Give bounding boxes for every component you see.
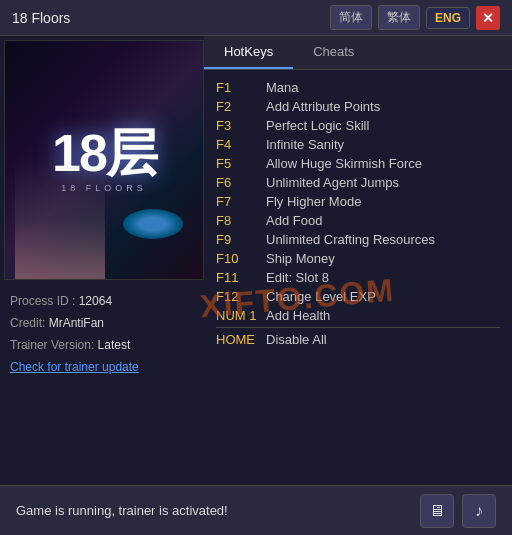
- hotkey-num1[interactable]: NUM 1 Add Health: [216, 306, 500, 325]
- hotkey-f11[interactable]: F11 Edit: Slot 8: [216, 268, 500, 287]
- monitor-icon-button[interactable]: 🖥: [420, 494, 454, 528]
- lang-simplified[interactable]: 简体: [330, 5, 372, 30]
- credit-row: Credit: MrAntiFan: [10, 316, 194, 330]
- hotkey-desc-f11: Edit: Slot 8: [266, 270, 329, 285]
- hotkey-f4[interactable]: F4 Infinite Sanity: [216, 135, 500, 154]
- title-bar: 18 Floors 简体 繁体 ENG ✕: [0, 0, 512, 36]
- hotkey-key-f4: F4: [216, 137, 266, 152]
- status-icons: 🖥 ♪: [420, 494, 496, 528]
- hotkey-f9[interactable]: F9 Unlimited Crafting Resources: [216, 230, 500, 249]
- hotkey-desc-num1: Add Health: [266, 308, 330, 323]
- title-bar-right: 简体 繁体 ENG ✕: [330, 5, 500, 30]
- credit-label: Credit:: [10, 316, 45, 330]
- home-section: HOME Disable All: [216, 327, 500, 351]
- hotkey-key-f12: F12: [216, 289, 266, 304]
- hotkey-key-f3: F3: [216, 118, 266, 133]
- left-panel: 18层 18 FLOORS Process ID : 12064 Credit:…: [0, 36, 204, 466]
- hotkey-f12[interactable]: F12 Change Level EXP: [216, 287, 500, 306]
- hotkey-desc-f1: Mana: [266, 80, 299, 95]
- update-link[interactable]: Check for trainer update: [10, 360, 139, 374]
- title-bar-left: 18 Floors: [12, 10, 70, 26]
- hotkey-f3[interactable]: F3 Perfect Logic Skill: [216, 116, 500, 135]
- hotkey-desc-f3: Perfect Logic Skill: [266, 118, 369, 133]
- main-content: 18层 18 FLOORS Process ID : 12064 Credit:…: [0, 36, 512, 466]
- tab-cheats[interactable]: Cheats: [293, 36, 374, 69]
- hotkey-f2[interactable]: F2 Add Attribute Points: [216, 97, 500, 116]
- hotkey-f5[interactable]: F5 Allow Huge Skirmish Force: [216, 154, 500, 173]
- hotkey-desc-f10: Ship Money: [266, 251, 335, 266]
- hotkey-key-home: HOME: [216, 332, 266, 347]
- hotkey-f6[interactable]: F6 Unlimited Agent Jumps: [216, 173, 500, 192]
- hotkey-key-f7: F7: [216, 194, 266, 209]
- hotkey-f7[interactable]: F7 Fly Higher Mode: [216, 192, 500, 211]
- lang-traditional[interactable]: 繁体: [378, 5, 420, 30]
- hotkey-desc-f6: Unlimited Agent Jumps: [266, 175, 399, 190]
- hotkey-key-f10: F10: [216, 251, 266, 266]
- status-text: Game is running, trainer is activated!: [16, 503, 228, 518]
- decorative-figure: [15, 159, 105, 279]
- hotkey-desc-f5: Allow Huge Skirmish Force: [266, 156, 422, 171]
- status-bar: Game is running, trainer is activated! 🖥…: [0, 485, 512, 535]
- decorative-eye: [123, 209, 183, 239]
- hotkey-desc-f9: Unlimited Crafting Resources: [266, 232, 435, 247]
- hotkey-desc-f4: Infinite Sanity: [266, 137, 344, 152]
- update-link-row[interactable]: Check for trainer update: [10, 360, 194, 374]
- hotkey-key-f9: F9: [216, 232, 266, 247]
- process-label: Process ID :: [10, 294, 79, 308]
- trainer-version-value: Latest: [98, 338, 131, 352]
- tabs-bar: HotKeys Cheats: [204, 36, 512, 70]
- hotkey-key-num1: NUM 1: [216, 308, 266, 323]
- hotkey-desc-f12: Change Level EXP: [266, 289, 376, 304]
- hotkey-key-f6: F6: [216, 175, 266, 190]
- game-image: 18层 18 FLOORS: [4, 40, 204, 280]
- hotkey-f10[interactable]: F10 Ship Money: [216, 249, 500, 268]
- hotkey-desc-f8: Add Food: [266, 213, 322, 228]
- trainer-version-row: Trainer Version: Latest: [10, 338, 194, 352]
- right-panel: HotKeys Cheats F1 Mana F2 Add Attribute …: [204, 36, 512, 466]
- credit-value: MrAntiFan: [49, 316, 104, 330]
- hotkey-f1[interactable]: F1 Mana: [216, 78, 500, 97]
- lang-english[interactable]: ENG: [426, 7, 470, 29]
- info-panel: Process ID : 12064 Credit: MrAntiFan Tra…: [0, 284, 204, 466]
- hotkey-desc-home: Disable All: [266, 332, 327, 347]
- hotkey-key-f11: F11: [216, 270, 266, 285]
- process-row: Process ID : 12064: [10, 294, 194, 308]
- hotkey-desc-f7: Fly Higher Mode: [266, 194, 361, 209]
- hotkey-f8[interactable]: F8 Add Food: [216, 211, 500, 230]
- hotkey-key-f8: F8: [216, 213, 266, 228]
- hotkeys-list: F1 Mana F2 Add Attribute Points F3 Perfe…: [204, 70, 512, 466]
- app-title: 18 Floors: [12, 10, 70, 26]
- hotkey-home[interactable]: HOME Disable All: [216, 330, 500, 349]
- close-button[interactable]: ✕: [476, 6, 500, 30]
- hotkey-desc-f2: Add Attribute Points: [266, 99, 380, 114]
- process-value: 12064: [79, 294, 112, 308]
- hotkey-key-f2: F2: [216, 99, 266, 114]
- trainer-version-label: Trainer Version:: [10, 338, 94, 352]
- hotkey-key-f1: F1: [216, 80, 266, 95]
- music-icon-button[interactable]: ♪: [462, 494, 496, 528]
- hotkey-key-f5: F5: [216, 156, 266, 171]
- tab-hotkeys[interactable]: HotKeys: [204, 36, 293, 69]
